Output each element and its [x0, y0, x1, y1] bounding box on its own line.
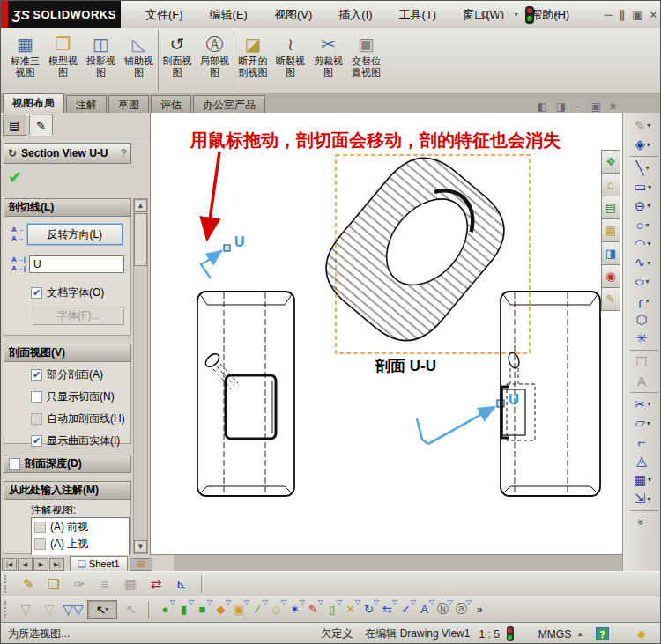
font-button[interactable]: 字体(F)...: [33, 307, 124, 325]
filter-axes-icon[interactable]: ∕ ▽: [249, 601, 266, 618]
arc-icon[interactable]: ◠ ▾: [625, 234, 660, 254]
last-sheet-button[interactable]: ▶|: [49, 558, 64, 571]
selection-area-icon[interactable]: ☐: [625, 352, 660, 372]
point-icon[interactable]: ✳: [625, 329, 660, 349]
close-button[interactable]: ×: [650, 8, 657, 21]
filter-dimensions-icon[interactable]: ⇆ ▽: [379, 601, 396, 618]
layer-stack-icon[interactable]: ❏: [45, 576, 63, 592]
cut-line-group-header[interactable]: 剖切线(L): [4, 198, 131, 217]
tab-view-layout[interactable]: 视图布局: [3, 93, 64, 113]
text-icon[interactable]: A: [625, 372, 660, 391]
broken-out-section-button[interactable]: ◪ 断开的剖视图: [234, 30, 271, 91]
line-thickness-icon[interactable]: ≡: [96, 576, 114, 591]
view-palette-icon[interactable]: ◨: [601, 241, 620, 265]
scroll-down-arrow[interactable]: ▼: [134, 540, 147, 553]
swap-arrows-icon[interactable]: ⇄: [147, 576, 165, 592]
import-annotation-group-header[interactable]: 从此处输入注解(M): [4, 481, 131, 500]
tab-sketch[interactable]: 草图: [108, 95, 149, 113]
tag-icon[interactable]: ⬥: [635, 625, 649, 642]
move-entities-icon[interactable]: ⇲ ▾: [625, 490, 660, 509]
home-icon[interactable]: ⌂: [601, 173, 620, 196]
prev-sheet-button[interactable]: ◀: [18, 558, 33, 571]
rectangle-icon[interactable]: ▭ ▾: [625, 178, 660, 197]
scrollbar-thumb[interactable]: [134, 213, 147, 266]
ellipse-icon[interactable]: ○ ▾: [625, 272, 660, 292]
standard-3-view-button[interactable]: ▦ 标准三视图: [6, 30, 44, 91]
menu-file[interactable]: 文件(F): [142, 5, 187, 25]
section-view-option[interactable]: ✔ 部分剖面(A): [31, 367, 130, 382]
tab-office-products[interactable]: 办公室产品: [193, 95, 265, 113]
section-view-option[interactable]: ✔ 显示曲面实体(I): [31, 433, 130, 448]
doc-restore-button[interactable]: ▣: [591, 100, 601, 113]
filter-sketch-points-icon[interactable]: ✶ ▽: [286, 601, 303, 618]
line-icon[interactable]: ╲ ▾: [625, 159, 660, 178]
filter-toggle-icon[interactable]: ▽: [17, 602, 34, 618]
projected-view-button[interactable]: ◫ 投影视图: [82, 30, 120, 91]
toolbar-overflow-chevron[interactable]: »: [477, 603, 483, 616]
trim-entities-icon[interactable]: ✂ ▾: [625, 395, 660, 414]
filter-vertices-icon[interactable]: ● ▽: [157, 601, 174, 618]
help-dropdown-icon[interactable]: ▾: [554, 11, 558, 19]
filter-edges-icon[interactable]: ▮ ▽: [175, 601, 192, 618]
filter-solid-bodies-icon[interactable]: ▣ ▽: [231, 601, 248, 618]
new-document-icon[interactable]: ❏: [498, 7, 509, 23]
spline-icon[interactable]: ∿ ▾: [625, 254, 660, 273]
document-font-checkbox-row[interactable]: ✔ 文档字体(O): [31, 285, 104, 300]
section-label-input[interactable]: U: [29, 255, 124, 273]
option-checkbox[interactable]: [31, 413, 42, 425]
units-selector[interactable]: MMGS: [538, 628, 571, 640]
break-view-button[interactable]: ≀ 断裂视图: [271, 30, 309, 91]
option-checkbox[interactable]: ✔: [31, 369, 42, 381]
slot-icon[interactable]: ⊖ ▾: [625, 196, 660, 216]
sheet-tab-sheet1[interactable]: ❏ Sheet1: [70, 556, 128, 571]
mirror-entities-icon[interactable]: ◬: [625, 452, 660, 471]
minimize-button[interactable]: ─: [604, 8, 612, 21]
linear-pattern-icon[interactable]: ▦ ▾: [625, 470, 660, 490]
menu-edit[interactable]: 编辑(E): [206, 5, 251, 25]
doc-minimize-button[interactable]: ─: [575, 100, 583, 113]
filter-surface-finish-icon[interactable]: ✓ ▽: [397, 601, 414, 618]
annotation-view-item[interactable]: (A) 前视: [34, 520, 126, 535]
alternate-position-view-button[interactable]: ▣ 交替位置视图: [347, 30, 385, 91]
toolbar-grip[interactable]: [4, 601, 9, 618]
convert-entities-icon[interactable]: ▱ ▾: [625, 414, 660, 433]
new-document-dropdown-icon[interactable]: ▾: [514, 11, 517, 19]
select-cursor-button[interactable]: ↖ ▾: [87, 600, 117, 619]
annotation-edit-icon[interactable]: ✎: [19, 576, 37, 592]
polygon-icon[interactable]: ⬡: [625, 310, 660, 329]
drawing-canvas[interactable]: 剖面 U-U 用鼠标拖动，剖切面会移动，剖的特征也会消失 U: [151, 113, 622, 571]
first-sheet-button[interactable]: |◀: [2, 558, 17, 571]
panel-help-icon[interactable]: ?: [121, 147, 127, 159]
appearances-icon[interactable]: ◉: [601, 264, 620, 288]
format-painter-icon[interactable]: ✑: [71, 576, 88, 592]
annotation-view-checkbox[interactable]: [34, 522, 46, 533]
tab-annotation[interactable]: 注解: [66, 95, 107, 113]
restore-button[interactable]: ▣: [632, 8, 642, 21]
file-explorer-icon[interactable]: ▦: [601, 218, 620, 242]
filter-faces-icon[interactable]: ■ ▽: [194, 601, 211, 618]
solidworks-resources-icon[interactable]: ❖: [601, 150, 620, 174]
filter-center-marks-icon[interactable]: ✕ ▽: [342, 601, 359, 618]
next-sheet-button[interactable]: ▶: [33, 558, 48, 571]
fillet-icon[interactable]: ╭ ▾: [625, 292, 660, 311]
design-library-icon[interactable]: ▤: [601, 196, 620, 219]
pane-left-icon[interactable]: ◧: [537, 100, 546, 113]
filter-sketch-segments-icon[interactable]: ✎ ▽: [305, 601, 322, 618]
crop-view-button[interactable]: ✂ 剪裁视图: [309, 30, 347, 91]
flip-direction-button[interactable]: 反转方向(L): [27, 224, 123, 245]
drawing-sheet[interactable]: 剖面 U-U 用鼠标拖动，剖切面会移动，剖的特征也会消失 U: [151, 113, 622, 554]
detail-view-button[interactable]: Ⓐ 局部视图: [196, 30, 234, 91]
menu-tools[interactable]: 工具(T): [396, 5, 441, 25]
lasso-cursor-icon[interactable]: ↖: [123, 602, 140, 618]
section-depth-group-header[interactable]: 剖面深度(D): [4, 455, 131, 473]
more-tools-chevron[interactable]: »: [625, 513, 660, 532]
section-view-button[interactable]: ↺ 剖面视图: [158, 30, 196, 91]
menu-insert[interactable]: 插入(I): [335, 5, 375, 25]
annotation-view-checkbox[interactable]: [34, 538, 46, 550]
cascade-windows-button[interactable]: ∥: [620, 8, 626, 21]
panel-scrollbar[interactable]: ▲ ▼: [133, 198, 148, 554]
custom-properties-icon[interactable]: ✎: [601, 287, 620, 311]
option-checkbox[interactable]: [31, 391, 42, 403]
line-style-icon[interactable]: ▦: [122, 576, 139, 592]
model-view-button[interactable]: ❐ 模型视图: [44, 30, 82, 91]
